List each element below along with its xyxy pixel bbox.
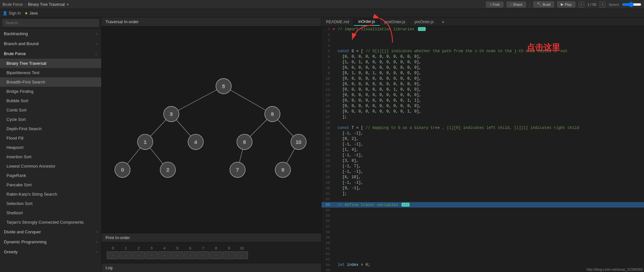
sidebar-item-bridge-finding[interactable]: Bridge Finding <box>0 87 101 96</box>
array-cells: - - - - - - - - - - - <box>105 251 317 259</box>
code-line-3: 3 <box>322 38 644 43</box>
play-button[interactable]: ▶ Play <box>557 1 575 7</box>
code-line-24: 24 [-1, -1], <box>322 153 644 158</box>
search-box <box>0 17 101 29</box>
sidebar-item-depth-first-search[interactable]: Depth-First Search <box>0 124 101 133</box>
code-line-11: 11 [0, 0, 0, 0, 0, 0, 0, 0, 0, 0, 0], <box>322 82 644 87</box>
code-line-9: 9 [0, 1, 0, 0, 1, 0, 0, 0, 0, 0, 0], <box>322 71 644 76</box>
code-line-43: 43 <box>322 257 644 262</box>
sidebar-item-insertion-sort[interactable]: Insertion Sort <box>0 152 101 161</box>
chevron-right-icon: › <box>96 240 97 244</box>
sidebar-item-selection-sort[interactable]: Selection Sort <box>0 199 101 208</box>
breadcrumb-current: Binary Tree Traversal <box>28 2 65 7</box>
sidebar-item-divide-conquer[interactable]: Divide and Conquer › <box>0 227 101 237</box>
line-arrow: ▶ <box>333 26 338 32</box>
tab-readme[interactable]: README.md <box>322 18 354 25</box>
main-layout: Backtracking › Branch and Bound › Brute … <box>0 17 644 272</box>
breadcrumb-brute-force[interactable]: Brute Force <box>3 2 23 7</box>
code-line-26: 26 [-1, 7], <box>322 164 644 169</box>
code-line-37: 37 <box>322 224 644 229</box>
topbar: Brute Force › Binary Tree Traversal ▾ ⑂ … <box>0 0 644 9</box>
tab-postorder[interactable]: postOrder.js <box>380 18 410 25</box>
array-cell-10: - <box>236 251 248 259</box>
sidebar-item-shellsort[interactable]: Shellsort <box>0 208 101 218</box>
array-labels: 0 1 2 3 4 5 6 7 8 9 10 <box>105 246 317 251</box>
pagination: 1 / 50 <box>588 3 597 6</box>
sidebar-item-backtracking[interactable]: Backtracking › <box>0 29 101 39</box>
array-area: 0 1 2 3 4 5 6 7 8 9 10 - - - - - - - - <box>102 242 321 263</box>
add-tab-button[interactable]: + <box>439 18 448 26</box>
array-label-9: 9 <box>223 246 235 250</box>
code-line-35: 35 <box>322 213 644 219</box>
search-input[interactable] <box>3 19 99 26</box>
dynamic-programming-label: Dynamic Programming <box>4 239 46 244</box>
array-cell-9: - <box>223 251 235 259</box>
array-cell-5: - <box>171 251 183 259</box>
prev-page-button[interactable]: ‹ <box>579 2 584 7</box>
sidebar-item-greedy[interactable]: Greedy › <box>0 247 101 257</box>
speed-slider[interactable] <box>622 2 641 7</box>
dropdown-icon[interactable]: ▾ <box>67 2 69 7</box>
svg-text:7: 7 <box>236 167 239 172</box>
next-page-button[interactable]: › <box>599 2 605 7</box>
chevron-right-icon: › <box>96 42 97 45</box>
sidebar-item-branch-and-bound[interactable]: Branch and Bound › <box>0 39 101 49</box>
langbar: 👤 Sign In ★ Java <box>0 9 644 17</box>
code-line-44: 44let index = 0; <box>322 262 644 268</box>
language-selector[interactable]: ★ Java <box>25 11 37 15</box>
array-label-6: 6 <box>184 246 196 250</box>
code-line-8: 8 [0, 0, 0, 0, 0, 0, 0, 0, 0, 0, 0], <box>322 65 644 71</box>
code-line-20: 20 [-1, -1], <box>322 131 644 136</box>
breadcrumb-sep: › <box>25 2 26 7</box>
sidebar-item-binary-tree-traversal[interactable]: Binary Tree Traversal <box>0 59 101 68</box>
svg-text:4: 4 <box>194 139 197 145</box>
code-line-5: 5 const G = [ // G[i][j] indicates wheth… <box>322 49 644 54</box>
line-content: // import visualization libraries ··· <box>338 26 644 32</box>
watermark: http://blog.csdn.net/sinat_32308369 <box>587 267 643 271</box>
sidebar-item-bubble-sort[interactable]: Bubble Sort <box>0 96 101 105</box>
sidebar-item-lowest-common-ancestor[interactable]: Lowest Common Ancestor <box>0 161 101 171</box>
sidebar-item-rabin-karp[interactable]: Rabin-Karp's String Search <box>0 189 101 199</box>
sidebar-item-heapsort[interactable]: Heapsort <box>0 143 101 152</box>
code-line-28: 28 [6, 10], <box>322 175 644 180</box>
svg-text:0: 0 <box>121 167 124 172</box>
sidebar-item-tarjan[interactable]: Tarjan's Strongly Connected Components <box>0 218 101 227</box>
sidebar-item-bipartiteness-test[interactable]: Bipartiteness Test <box>0 68 101 77</box>
sign-in-link[interactable]: 👤 Sign In <box>3 11 21 15</box>
code-line-22: 22 [-1, -1], <box>322 142 644 147</box>
viz-area: 5 3 8 1 4 6 <box>102 26 321 233</box>
sidebar-item-breadth-first-search[interactable]: Breadth-First Search <box>0 77 101 87</box>
code-line-31: 31 ]; <box>322 191 644 197</box>
code-line-39: 39 <box>322 235 644 240</box>
share-button[interactable]: ↑ Share <box>507 2 526 7</box>
code-line-23: 23 [1, 4], <box>322 147 644 153</box>
breadcrumb: Brute Force › Binary Tree Traversal ▾ <box>3 2 69 7</box>
code-line-25: 25 [3, 8], <box>322 158 644 164</box>
sidebar-item-pagerank[interactable]: PageRank <box>0 171 101 180</box>
sidebar-item-dynamic-programming[interactable]: Dynamic Programming › <box>0 237 101 247</box>
sidebar-item-pancake-sort[interactable]: Pancake Sort <box>0 180 101 189</box>
svg-text:5: 5 <box>222 83 225 89</box>
fork-button[interactable]: ⑂ Fork <box>486 2 503 7</box>
code-line-41: 41 <box>322 246 644 251</box>
tab-preorder[interactable]: preOrder.js <box>410 18 438 25</box>
code-line-4: 4 <box>322 43 644 49</box>
code-line-17: 17 ]; <box>322 114 644 120</box>
sidebar: Backtracking › Branch and Bound › Brute … <box>0 17 102 272</box>
page-indicator: 1 / 50 <box>588 3 597 6</box>
print-title: Print In-order <box>105 235 130 240</box>
sidebar-item-flood-fill[interactable]: Flood Fill <box>0 133 101 143</box>
array-cell-3: - <box>145 251 158 259</box>
divide-conquer-label: Divide and Conquer <box>4 229 41 234</box>
array-label-1: 1 <box>120 246 132 250</box>
build-button[interactable]: 🔨 Build <box>533 1 554 7</box>
sidebar-item-cycle-sort[interactable]: Cycle Sort <box>0 115 101 124</box>
sidebar-item-comb-sort[interactable]: Comb Sort <box>0 105 101 115</box>
log-title: Log <box>105 265 113 270</box>
sidebar-item-brute-force[interactable]: Brute Force ⌄ <box>0 49 101 59</box>
code-body[interactable]: 1 ▶ // import visualization libraries ··… <box>322 26 644 272</box>
topbar-right: ⑂ Fork ↑ Share | 🔨 Build ▶ Play ‹ 1 / 50… <box>486 1 641 7</box>
tab-inorder[interactable]: inOrder.js <box>354 18 380 26</box>
array-label-2: 2 <box>133 246 145 250</box>
greedy-label: Greedy <box>4 249 18 254</box>
